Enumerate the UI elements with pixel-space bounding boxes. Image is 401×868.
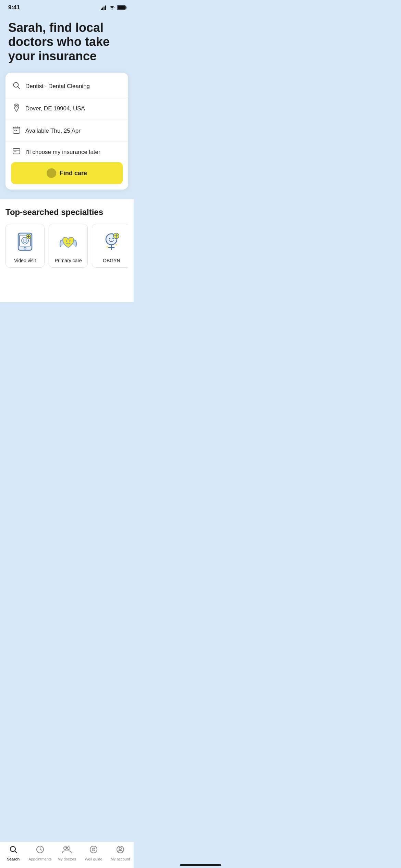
search-icon [12, 82, 21, 91]
specialty-text: Dentist · Dental Cleaning [25, 83, 90, 90]
svg-point-36 [116, 244, 117, 245]
insurance-text: I'll choose my insurance later [25, 149, 100, 156]
video-visit-icon [13, 230, 37, 254]
obgyn-label: OBGYN [103, 258, 120, 263]
specialty-grid: Video visit Primary care [5, 224, 128, 268]
svg-rect-15 [16, 130, 17, 131]
svg-point-35 [107, 246, 108, 248]
svg-rect-1 [102, 8, 103, 10]
location-text: Dover, DE 19904, USA [25, 105, 85, 112]
location-icon [12, 104, 21, 113]
svg-point-9 [16, 106, 17, 107]
calendar-icon [12, 126, 21, 135]
section-title: Top-searched specialties [5, 207, 128, 217]
specialty-card-obgyn[interactable]: OBGYN [92, 224, 128, 268]
signal-icon [101, 5, 107, 10]
insurance-field[interactable]: I'll choose my insurance later [5, 142, 128, 162]
svg-point-31 [109, 238, 110, 239]
svg-rect-14 [14, 130, 15, 131]
insurance-icon [12, 148, 21, 156]
search-card: Dentist · Dental Cleaning Dover, DE 1990… [5, 73, 128, 190]
primary-care-label: Primary care [55, 258, 82, 263]
find-care-dot [47, 168, 56, 178]
svg-point-28 [66, 240, 67, 242]
svg-rect-16 [13, 148, 20, 154]
video-visit-label: Video visit [14, 258, 36, 263]
battery-icon [117, 5, 127, 10]
specialty-card-video-visit[interactable]: Video visit [5, 224, 45, 268]
hero-title: Sarah, find local doctors who take your … [8, 21, 125, 63]
svg-point-22 [23, 240, 24, 241]
location-field[interactable]: Dover, DE 19904, USA [5, 97, 128, 120]
primary-care-icon [56, 230, 81, 254]
svg-rect-0 [101, 9, 102, 10]
svg-line-8 [18, 87, 20, 89]
svg-rect-6 [118, 6, 125, 9]
status-time: 9:41 [8, 4, 20, 11]
svg-point-29 [69, 240, 71, 242]
wifi-icon [109, 5, 115, 10]
specialty-card-primary-care[interactable]: Primary care [49, 224, 88, 268]
hero-section: Sarah, find local doctors who take your … [0, 12, 134, 73]
svg-rect-3 [105, 5, 106, 10]
find-care-button[interactable]: Find care [11, 162, 123, 184]
obgyn-icon [99, 230, 124, 254]
svg-point-23 [26, 240, 27, 241]
availability-field[interactable]: Available Thu, 25 Apr [5, 120, 128, 142]
svg-rect-2 [104, 7, 105, 10]
svg-point-32 [112, 238, 114, 239]
status-icons [101, 5, 127, 10]
specialty-field[interactable]: Dentist · Dental Cleaning [5, 75, 128, 97]
bottom-section: Top-searched specialties [0, 199, 134, 302]
status-bar: 9:41 [0, 0, 134, 12]
svg-rect-5 [126, 7, 127, 9]
availability-text: Available Thu, 25 Apr [25, 128, 81, 134]
find-care-label: Find care [60, 170, 87, 177]
